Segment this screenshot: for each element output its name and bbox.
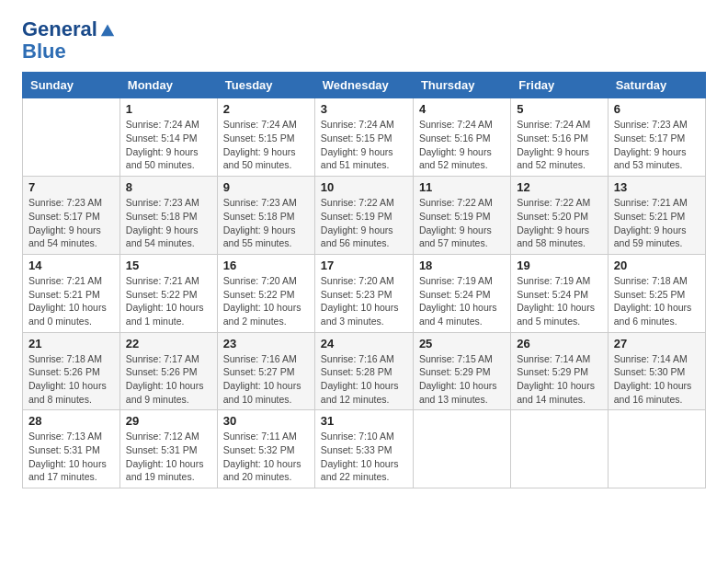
- day-number: 25: [419, 337, 505, 350]
- calendar-cell: 3Sunrise: 7:24 AM Sunset: 5:15 PM Daylig…: [314, 98, 413, 177]
- svg-marker-0: [101, 25, 114, 37]
- day-number: 11: [419, 180, 505, 194]
- calendar-cell: 8Sunrise: 7:23 AM Sunset: 5:18 PM Daylig…: [119, 177, 217, 255]
- day-number: 9: [223, 180, 309, 194]
- day-info: Sunrise: 7:21 AM Sunset: 5:21 PM Dayligh…: [28, 274, 114, 328]
- weekday-header-row: SundayMondayTuesdayWednesdayThursdayFrid…: [23, 73, 706, 98]
- calendar-cell: 29Sunrise: 7:12 AM Sunset: 5:31 PM Dayli…: [119, 410, 217, 488]
- day-info: Sunrise: 7:19 AM Sunset: 5:24 PM Dayligh…: [419, 274, 505, 328]
- calendar-cell: 17Sunrise: 7:20 AM Sunset: 5:23 PM Dayli…: [314, 254, 413, 332]
- day-number: 10: [321, 180, 407, 194]
- day-info: Sunrise: 7:23 AM Sunset: 5:18 PM Dayligh…: [223, 196, 309, 250]
- day-number: 12: [517, 180, 601, 194]
- calendar-cell: 7Sunrise: 7:23 AM Sunset: 5:17 PM Daylig…: [23, 177, 120, 255]
- day-number: 30: [223, 414, 309, 428]
- day-number: 15: [126, 259, 211, 272]
- day-number: 19: [517, 259, 601, 272]
- calendar-cell: 30Sunrise: 7:11 AM Sunset: 5:32 PM Dayli…: [217, 410, 314, 488]
- day-number: 6: [614, 102, 700, 116]
- day-number: 1: [126, 102, 211, 116]
- day-number: 29: [126, 414, 211, 428]
- calendar-cell: [608, 410, 705, 488]
- calendar-cell: 4Sunrise: 7:24 AM Sunset: 5:16 PM Daylig…: [413, 98, 510, 177]
- calendar-cell: 23Sunrise: 7:16 AM Sunset: 5:27 PM Dayli…: [217, 332, 314, 410]
- day-number: 3: [321, 102, 407, 116]
- calendar-cell: 26Sunrise: 7:14 AM Sunset: 5:29 PM Dayli…: [511, 332, 608, 410]
- day-number: 28: [28, 414, 114, 428]
- day-number: 21: [28, 337, 114, 350]
- day-number: 2: [223, 102, 309, 116]
- day-info: Sunrise: 7:16 AM Sunset: 5:27 PM Dayligh…: [223, 352, 309, 407]
- day-info: Sunrise: 7:15 AM Sunset: 5:29 PM Dayligh…: [419, 352, 505, 407]
- day-info: Sunrise: 7:20 AM Sunset: 5:22 PM Dayligh…: [223, 274, 309, 328]
- day-info: Sunrise: 7:16 AM Sunset: 5:28 PM Dayligh…: [321, 352, 407, 407]
- calendar-cell: 24Sunrise: 7:16 AM Sunset: 5:28 PM Dayli…: [314, 332, 413, 410]
- day-info: Sunrise: 7:13 AM Sunset: 5:31 PM Dayligh…: [28, 430, 114, 484]
- day-info: Sunrise: 7:21 AM Sunset: 5:21 PM Dayligh…: [614, 196, 700, 250]
- day-info: Sunrise: 7:14 AM Sunset: 5:29 PM Dayligh…: [517, 352, 601, 407]
- calendar-week-row: 14Sunrise: 7:21 AM Sunset: 5:21 PM Dayli…: [23, 254, 706, 332]
- calendar-cell: 15Sunrise: 7:21 AM Sunset: 5:22 PM Dayli…: [119, 254, 217, 332]
- calendar-cell: [413, 410, 510, 488]
- day-number: 20: [614, 259, 700, 272]
- day-number: 17: [321, 259, 407, 272]
- day-number: 18: [419, 259, 505, 272]
- day-number: 27: [614, 337, 700, 350]
- day-info: Sunrise: 7:24 AM Sunset: 5:15 PM Dayligh…: [223, 118, 309, 172]
- calendar-cell: 12Sunrise: 7:22 AM Sunset: 5:20 PM Dayli…: [511, 177, 608, 255]
- weekday-header: Thursday: [413, 73, 510, 98]
- day-number: 8: [126, 180, 211, 194]
- day-number: 24: [321, 337, 407, 350]
- calendar-week-row: 28Sunrise: 7:13 AM Sunset: 5:31 PM Dayli…: [23, 410, 706, 488]
- logo-text: General: [22, 18, 97, 40]
- day-number: 14: [28, 259, 114, 272]
- day-info: Sunrise: 7:22 AM Sunset: 5:19 PM Dayligh…: [419, 196, 505, 250]
- calendar-cell: 31Sunrise: 7:10 AM Sunset: 5:33 PM Dayli…: [314, 410, 413, 488]
- calendar-cell: 21Sunrise: 7:18 AM Sunset: 5:26 PM Dayli…: [23, 332, 120, 410]
- day-number: 7: [28, 180, 114, 194]
- calendar-cell: 19Sunrise: 7:19 AM Sunset: 5:24 PM Dayli…: [511, 254, 608, 332]
- calendar-cell: 18Sunrise: 7:19 AM Sunset: 5:24 PM Dayli…: [413, 254, 510, 332]
- day-info: Sunrise: 7:22 AM Sunset: 5:19 PM Dayligh…: [321, 196, 407, 250]
- day-info: Sunrise: 7:23 AM Sunset: 5:17 PM Dayligh…: [28, 196, 114, 250]
- logo: General Blue: [22, 18, 116, 63]
- day-info: Sunrise: 7:12 AM Sunset: 5:31 PM Dayligh…: [126, 430, 211, 484]
- day-info: Sunrise: 7:17 AM Sunset: 5:26 PM Dayligh…: [126, 352, 211, 407]
- day-info: Sunrise: 7:21 AM Sunset: 5:22 PM Dayligh…: [126, 274, 211, 328]
- day-number: 5: [517, 102, 601, 116]
- weekday-header: Friday: [511, 73, 608, 98]
- calendar-cell: 27Sunrise: 7:14 AM Sunset: 5:30 PM Dayli…: [608, 332, 705, 410]
- day-number: 22: [126, 337, 211, 350]
- calendar-cell: 1Sunrise: 7:24 AM Sunset: 5:14 PM Daylig…: [119, 98, 217, 177]
- calendar-cell: 2Sunrise: 7:24 AM Sunset: 5:15 PM Daylig…: [217, 98, 314, 177]
- calendar-cell: 14Sunrise: 7:21 AM Sunset: 5:21 PM Dayli…: [23, 254, 120, 332]
- logo-icon: [99, 21, 116, 38]
- weekday-header: Monday: [119, 73, 217, 98]
- day-info: Sunrise: 7:18 AM Sunset: 5:25 PM Dayligh…: [614, 274, 700, 328]
- calendar-cell: [511, 410, 608, 488]
- day-info: Sunrise: 7:24 AM Sunset: 5:16 PM Dayligh…: [419, 118, 505, 172]
- calendar-table: SundayMondayTuesdayWednesdayThursdayFrid…: [22, 72, 706, 488]
- page-header: General Blue: [22, 18, 706, 63]
- day-info: Sunrise: 7:24 AM Sunset: 5:15 PM Dayligh…: [321, 118, 407, 172]
- day-info: Sunrise: 7:23 AM Sunset: 5:18 PM Dayligh…: [126, 196, 211, 250]
- day-info: Sunrise: 7:23 AM Sunset: 5:17 PM Dayligh…: [614, 118, 700, 172]
- calendar-week-row: 1Sunrise: 7:24 AM Sunset: 5:14 PM Daylig…: [23, 98, 706, 177]
- calendar-week-row: 21Sunrise: 7:18 AM Sunset: 5:26 PM Dayli…: [23, 332, 706, 410]
- calendar-cell: 5Sunrise: 7:24 AM Sunset: 5:16 PM Daylig…: [511, 98, 608, 177]
- day-info: Sunrise: 7:20 AM Sunset: 5:23 PM Dayligh…: [321, 274, 407, 328]
- logo-subtext: Blue: [22, 40, 116, 63]
- day-info: Sunrise: 7:19 AM Sunset: 5:24 PM Dayligh…: [517, 274, 601, 328]
- day-info: Sunrise: 7:14 AM Sunset: 5:30 PM Dayligh…: [614, 352, 700, 407]
- day-info: Sunrise: 7:22 AM Sunset: 5:20 PM Dayligh…: [517, 196, 601, 250]
- day-number: 13: [614, 180, 700, 194]
- calendar-cell: 9Sunrise: 7:23 AM Sunset: 5:18 PM Daylig…: [217, 177, 314, 255]
- day-number: 16: [223, 259, 309, 272]
- calendar-week-row: 7Sunrise: 7:23 AM Sunset: 5:17 PM Daylig…: [23, 177, 706, 255]
- weekday-header: Sunday: [23, 73, 120, 98]
- day-info: Sunrise: 7:11 AM Sunset: 5:32 PM Dayligh…: [223, 430, 309, 484]
- calendar-cell: 22Sunrise: 7:17 AM Sunset: 5:26 PM Dayli…: [119, 332, 217, 410]
- calendar-cell: 25Sunrise: 7:15 AM Sunset: 5:29 PM Dayli…: [413, 332, 510, 410]
- day-number: 4: [419, 102, 505, 116]
- day-info: Sunrise: 7:10 AM Sunset: 5:33 PM Dayligh…: [321, 430, 407, 484]
